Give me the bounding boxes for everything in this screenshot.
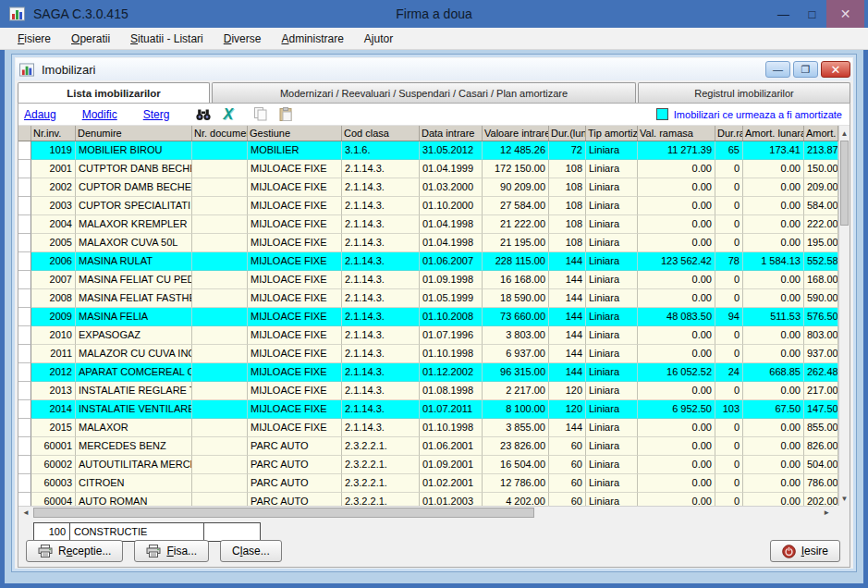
row-selector[interactable] [18, 326, 31, 345]
row-selector[interactable] [18, 178, 31, 197]
row-selector[interactable] [18, 400, 31, 419]
table-row[interactable]: 2011MALAZOR CU CUVA INOXMIJLOACE FIXE2.1… [18, 345, 838, 363]
cell: 0 [715, 474, 743, 493]
row-selector[interactable] [18, 474, 31, 493]
table-row[interactable]: 2012APARAT COMCEREAL CERNAMIJLOACE FIXE2… [18, 363, 838, 382]
table-row[interactable]: 1019MOBILIER BIROUMOBILIER3.1.6.31.05.20… [18, 141, 838, 160]
inner-minimize-button[interactable]: — [765, 61, 790, 78]
menu-item-diverse[interactable]: Diverse [214, 30, 272, 48]
table-row[interactable]: 2007MASINA FELIAT CU PEDALAMIJLOACE FIXE… [18, 271, 838, 289]
cell: 24 [715, 363, 743, 382]
cell: AUTO ROMAN [76, 493, 192, 506]
table-row[interactable]: 2003CUPTOR SPECIALITATI MATAIMIJLOACE FI… [18, 197, 838, 215]
cell: 12 786.00 [483, 474, 549, 493]
menu-item-operatii[interactable]: Operatii [61, 30, 120, 48]
scroll-right-icon[interactable]: ► [819, 508, 834, 517]
row-selector[interactable] [18, 160, 31, 178]
column-header-valoare-intrare[interactable]: Valoare intrare [483, 126, 549, 141]
row-selector[interactable] [18, 456, 31, 474]
row-selector[interactable] [18, 289, 31, 308]
column-header-data-intrare[interactable]: Data intrare [420, 126, 483, 141]
cell: MOBILIER BIROU [76, 141, 192, 160]
row-selector[interactable] [18, 363, 31, 382]
scroll-down-icon[interactable]: ▼ [839, 491, 850, 506]
column-header-nr-document[interactable]: Nr. document [192, 126, 248, 141]
cell: 2.1.14.3. [342, 160, 420, 178]
column-header-gestiune[interactable]: Gestiune [248, 126, 342, 141]
row-selector[interactable] [18, 382, 31, 400]
horizontal-scroll-thumb[interactable] [33, 508, 534, 518]
row-selector[interactable] [18, 419, 31, 437]
tab-modernizari-reevaluari[interactable]: Modernizari / Reevaluari / Suspendari / … [212, 82, 636, 103]
menu-item-situatii-listari[interactable]: Situatii - Listari [120, 30, 214, 48]
menu-item-ajutor[interactable]: Ajutor [354, 30, 403, 48]
cell: 2001 [31, 160, 76, 178]
column-header-amort[interactable]: Amort. î [804, 126, 838, 141]
cell: 60 [549, 456, 586, 474]
table-row[interactable]: 2013INSTALATIE REGLARE TEMPEMIJLOACE FIX… [18, 382, 838, 400]
column-header-val-ramasa[interactable]: Val. ramasa [638, 126, 715, 141]
row-selector[interactable] [18, 197, 31, 215]
fisa-button[interactable]: Fisa... [134, 540, 209, 562]
table-row[interactable]: 2014INSTALATIE VENTILAREMIJLOACE FIXE2.1… [18, 400, 838, 419]
cell: 2.1.14.3. [342, 382, 420, 400]
sterg-link[interactable]: Sterg [143, 108, 170, 121]
table-row[interactable]: 2015MALAXORMIJLOACE FIXE2.1.14.3.01.10.1… [18, 419, 838, 437]
table-row[interactable]: 2001CUTPTOR DANB BECHESTERMIJLOACE FIXE2… [18, 160, 838, 178]
table-row[interactable]: 2006MASINA RULATMIJLOACE FIXE2.1.14.3.01… [18, 252, 838, 271]
row-selector[interactable] [18, 252, 31, 271]
row-selector[interactable] [18, 345, 31, 363]
tab-lista-imobilizarilor[interactable]: Lista imobilizarilor [18, 82, 210, 103]
clase-button[interactable]: Clase... [220, 540, 282, 562]
table-row[interactable]: 60003CITROENPARC AUTO2.3.2.2.1.01.02.200… [18, 474, 838, 493]
table-row[interactable]: 2005MALAXOR CUVA 50LMIJLOACE FIXE2.1.14.… [18, 234, 838, 252]
scroll-up-icon[interactable]: ▲ [839, 126, 850, 141]
row-selector[interactable] [18, 437, 31, 456]
cell: 3 803.00 [483, 326, 549, 345]
minimize-button[interactable]: — [769, 0, 798, 28]
close-button[interactable]: ✕ [826, 0, 864, 28]
excel-export-icon[interactable]: X [223, 106, 233, 123]
column-header-nr-inv[interactable]: Nr.inv. [31, 126, 76, 141]
table-row[interactable]: 2008MASINA FELIAT FASTHESMIJLOACE FIXE2.… [18, 289, 838, 308]
column-header-tip-amortizare[interactable]: Tip amortizare [586, 126, 638, 141]
table-row[interactable]: 2009MASINA FELIAMIJLOACE FIXE2.1.14.3.01… [18, 308, 838, 326]
row-selector[interactable] [18, 215, 31, 234]
maximize-button[interactable]: □ [798, 0, 826, 28]
table-row[interactable]: 2010EXPASOGAZMIJLOACE FIXE2.1.14.3.01.07… [18, 326, 838, 345]
row-selector[interactable] [18, 271, 31, 289]
row-selector[interactable] [18, 308, 31, 326]
iesire-button[interactable]: Iesire [770, 540, 840, 562]
row-selector[interactable] [18, 141, 31, 160]
copy-icon[interactable] [253, 107, 268, 121]
adaug-link[interactable]: Adaug [24, 108, 56, 121]
row-selector[interactable] [18, 234, 31, 252]
column-header-dur-luni[interactable]: Dur.(luni [549, 126, 586, 141]
column-header-dur-ram[interactable]: Dur.ram [715, 126, 743, 141]
inner-restore-button[interactable]: ❐ [793, 61, 818, 78]
column-header-cod-clasa[interactable]: Cod clasa [342, 126, 420, 141]
column-header-denumire[interactable]: Denumire [76, 126, 192, 141]
tab-registrul-imobilizarilor[interactable]: Registrul imobilizarilor [638, 82, 850, 103]
table-row[interactable]: 2002CUPTOR DAMB BECHERSTERMIJLOACE FIXE2… [18, 178, 838, 197]
row-selector[interactable] [18, 493, 31, 506]
paste-icon[interactable] [279, 107, 293, 121]
cell: 1 584.13 [743, 252, 804, 271]
column-header-amort-lunara[interactable]: Amort. lunara [743, 126, 804, 141]
modific-link[interactable]: Modific [82, 108, 117, 121]
find-icon[interactable] [195, 108, 212, 121]
table-row[interactable]: 60002AUTOUTILITARA MERCEDESPARC AUTO2.3.… [18, 456, 838, 474]
table-row[interactable]: 60004AUTO ROMANPARC AUTO2.3.2.2.1.01.01.… [18, 493, 838, 506]
vertical-scroll-thumb[interactable] [840, 141, 849, 226]
inner-close-button[interactable]: ✕ [821, 61, 850, 78]
receptie-button[interactable]: Receptie... [26, 540, 123, 562]
menu-item-administrare[interactable]: Administrare [271, 30, 353, 48]
column-header-selector[interactable] [18, 126, 31, 141]
menu-item-fisiere[interactable]: Fisiere [7, 30, 61, 48]
scroll-left-icon[interactable]: ◄ [18, 508, 33, 517]
vertical-scrollbar[interactable]: ▲ ▼ [838, 126, 850, 506]
cell: 108 [549, 178, 586, 197]
table-row[interactable]: 2004MALAXOR KREMPLERMIJLOACE FIXE2.1.14.… [18, 215, 838, 234]
horizontal-scrollbar[interactable]: ◄ ► [18, 506, 834, 519]
table-row[interactable]: 60001MERCEDES BENZPARC AUTO2.3.2.2.1.01.… [18, 437, 838, 456]
